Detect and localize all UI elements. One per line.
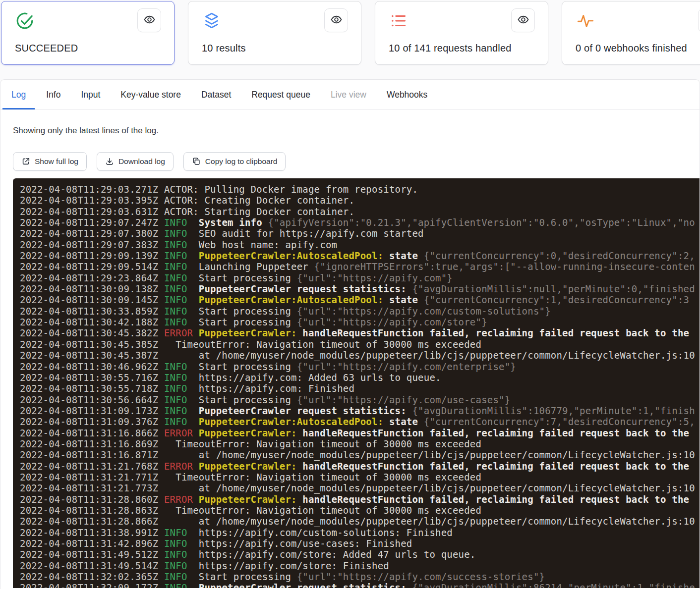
log-segment-dim: {"url":"https://apify.com"}: [297, 272, 453, 283]
log-line: 2022-04-08T11:29:09.139Z INFO PuppeteerC…: [20, 250, 700, 261]
log-segment-ts: 2022-04-08T11:31:38.991Z: [20, 527, 164, 538]
log-segment-bold: handleRequestFunction failed, reclaiming…: [302, 428, 689, 438]
log-line: 2022-04-08T11:31:28.866Z at /home/myuser…: [20, 516, 700, 527]
log-line: 2022-04-08T11:30:09.138Z INFO PuppeteerC…: [20, 283, 700, 294]
log-terminal[interactable]: 2022-04-08T11:29:03.271Z ACTOR: Pulling …: [13, 178, 700, 588]
log-segment-ts: 2022-04-08T11:32:02.365Z: [20, 571, 164, 582]
log-segment-ts: 2022-04-08T11:31:28.863Z: [20, 505, 164, 516]
log-line: 2022-04-08T11:29:09.514Z INFO Launching …: [20, 261, 700, 272]
watch-field-button[interactable]: [324, 8, 348, 32]
log-line: 2022-04-08T11:30:55.718Z INFO https://ap…: [20, 383, 700, 394]
log-segment-info: INFO: [164, 272, 199, 283]
status-card-10-results: 10 results: [188, 1, 361, 65]
log-segment-dim: {"avgDurationMillis":86214,"perMinute":1…: [412, 582, 695, 588]
log-segment-info: INFO: [164, 560, 199, 571]
log-line: 2022-04-08T11:31:16.866Z ERROR Puppeteer…: [20, 428, 700, 438]
tab-key-value-store[interactable]: Key-value store: [112, 80, 190, 109]
log-segment-plain: https://apify.com/store: Finished: [199, 560, 389, 571]
log-line: 2022-04-08T11:31:38.991Z INFO https://ap…: [20, 527, 700, 538]
log-segment-plain: ACTOR: Starting Docker container.: [164, 206, 354, 217]
log-segment-bold: PuppeteerCrawler request statistics:: [199, 283, 412, 294]
log-segment-error: ERROR: [164, 428, 199, 438]
button-label: Show full log: [35, 157, 78, 166]
status-card-0-of-0-webhooks-finished: 0 of 0 webhooks finished: [562, 1, 700, 65]
log-segment-ts: 2022-04-08T11:31:49.512Z: [20, 549, 164, 560]
status-card-label: SUCCEEDED: [15, 43, 78, 54]
log-segment-info: INFO: [164, 549, 199, 560]
log-segment-yellow: PuppeteerCrawler:: [199, 428, 303, 438]
log-segment-bold: System info: [199, 217, 268, 228]
log-segment-info: INFO: [164, 416, 199, 427]
log-segment-bold: PuppeteerCrawler request statistics:: [199, 405, 412, 416]
log-segment-plain: Start processing: [199, 394, 297, 405]
log-segment-plain: Start processing: [199, 306, 297, 317]
watch-field-button[interactable]: [511, 8, 535, 32]
log-segment-bold: handleRequestFunction failed, reclaiming…: [302, 494, 689, 505]
log-line: 2022-04-08T11:31:16.869Z TimeoutError: N…: [20, 438, 700, 449]
tab-dataset[interactable]: Dataset: [192, 80, 240, 109]
log-segment-ts: 2022-04-08T11:30:45.385Z: [20, 339, 164, 350]
log-segment-info: INFO: [164, 228, 199, 239]
log-segment-plain: Start processing: [199, 361, 297, 372]
tab-live-view: Live view: [322, 80, 375, 109]
log-segment-ts: 2022-04-08T11:30:09.138Z: [20, 283, 164, 294]
log-segment-dim: {"avgDurationMillis":106779,"perMinute":…: [412, 405, 695, 416]
log-segment-info: INFO: [164, 239, 199, 250]
log-segment-plain: SEO audit for https://apify.com started: [199, 228, 424, 239]
log-segment-info: INFO: [164, 383, 199, 394]
log-segment-plain: at /home/myuser/node_modules/puppeteer/l…: [164, 449, 695, 460]
log-line: 2022-04-08T11:29:23.864Z INFO Start proc…: [20, 272, 700, 283]
download-icon: [105, 157, 114, 166]
log-line: 2022-04-08T11:31:09.376Z INFO PuppeteerC…: [20, 416, 700, 427]
log-segment-ts: 2022-04-08T11:30:42.188Z: [20, 317, 164, 327]
log-segment-plain: ACTOR: Creating Docker container.: [164, 195, 354, 206]
log-segment-info: INFO: [164, 394, 199, 405]
log-segment-dim: {"url":"https://apify.com/custom-solutio…: [297, 306, 551, 317]
log-line: 2022-04-08T11:31:49.512Z INFO https://ap…: [20, 549, 700, 560]
tab-request-queue[interactable]: Request queue: [242, 80, 319, 109]
log-segment-ts: 2022-04-08T11:29:07.383Z: [20, 239, 164, 250]
log-line: 2022-04-08T11:30:55.716Z INFO https://ap…: [20, 372, 700, 383]
eye-icon: [330, 13, 343, 27]
log-segment-dim: {"currentConcurrency":7,"desiredConcurre…: [424, 416, 695, 427]
log-line: 2022-04-08T11:29:07.380Z INFO SEO audit …: [20, 228, 700, 239]
watch-field-button[interactable]: [698, 8, 700, 32]
tab-info[interactable]: Info: [37, 80, 69, 109]
tab-webhooks[interactable]: Webhooks: [378, 80, 436, 109]
watch-field-button[interactable]: [137, 8, 161, 32]
log-segment-dim: {"currentConcurrency":0,"desiredConcurre…: [424, 250, 695, 261]
show-full-log-button[interactable]: Show full log: [13, 152, 87, 171]
log-line: 2022-04-08T11:30:45.387Z at /home/myuser…: [20, 350, 700, 361]
log-line: 2022-04-08T11:30:09.145Z INFO PuppeteerC…: [20, 294, 700, 305]
log-line: 2022-04-08T11:30:56.664Z INFO Start proc…: [20, 394, 700, 405]
log-segment-plain: TimeoutError: Navigation timeout of 3000…: [164, 505, 481, 516]
log-segment-ts: 2022-04-08T11:30:45.382Z: [20, 327, 164, 338]
log-line: 2022-04-08T11:30:33.859Z INFO Start proc…: [20, 306, 700, 317]
log-segment-bold: handleRequestFunction failed, reclaiming…: [302, 461, 689, 472]
log-segment-ts: 2022-04-08T11:30:55.716Z: [20, 372, 164, 383]
download-log-button[interactable]: Download log: [97, 152, 174, 171]
log-segment-ts: 2022-04-08T11:30:09.145Z: [20, 294, 164, 305]
log-segment-yellow: PuppeteerCrawler:AutoscaledPool:: [199, 294, 383, 305]
log-segment-ts: 2022-04-08T11:30:33.859Z: [20, 306, 164, 317]
status-cards-row: SUCCEEDED10 results10 of 141 requests ha…: [0, 0, 700, 65]
eye-icon: [517, 13, 529, 27]
log-segment-plain: Start processing: [199, 571, 297, 582]
log-segment-info: INFO: [164, 250, 199, 261]
log-segment-info: INFO: [164, 317, 199, 327]
log-segment-info: INFO: [164, 217, 199, 228]
log-line: 2022-04-08T11:31:21.771Z TimeoutError: N…: [20, 472, 700, 482]
run-tabs: LogInfoInputKey-value storeDatasetReques…: [0, 80, 700, 110]
log-segment-plain: at /home/myuser/node_modules/puppeteer/l…: [164, 482, 695, 493]
log-line: 2022-04-08T11:31:49.514Z INFO https://ap…: [20, 560, 700, 571]
tab-log[interactable]: Log: [2, 80, 35, 109]
copy-log-to-clipboard-button[interactable]: Copy log to clipboard: [183, 152, 286, 171]
log-line: 2022-04-08T11:31:21.768Z ERROR Puppeteer…: [20, 461, 700, 472]
log-segment-bold: handleRequestFunction failed, reclaiming…: [302, 327, 689, 338]
tab-input[interactable]: Input: [72, 80, 109, 109]
log-segment-plain: Launching Puppeteer: [199, 261, 314, 272]
log-segment-ts: 2022-04-08T11:31:16.869Z: [20, 438, 164, 449]
log-segment-plain: Start processing: [199, 272, 297, 283]
log-segment-plain: https://apify.com/use-cases: Finished: [199, 538, 412, 549]
log-tab-content: Showing only the latest lines of the log…: [0, 110, 700, 588]
